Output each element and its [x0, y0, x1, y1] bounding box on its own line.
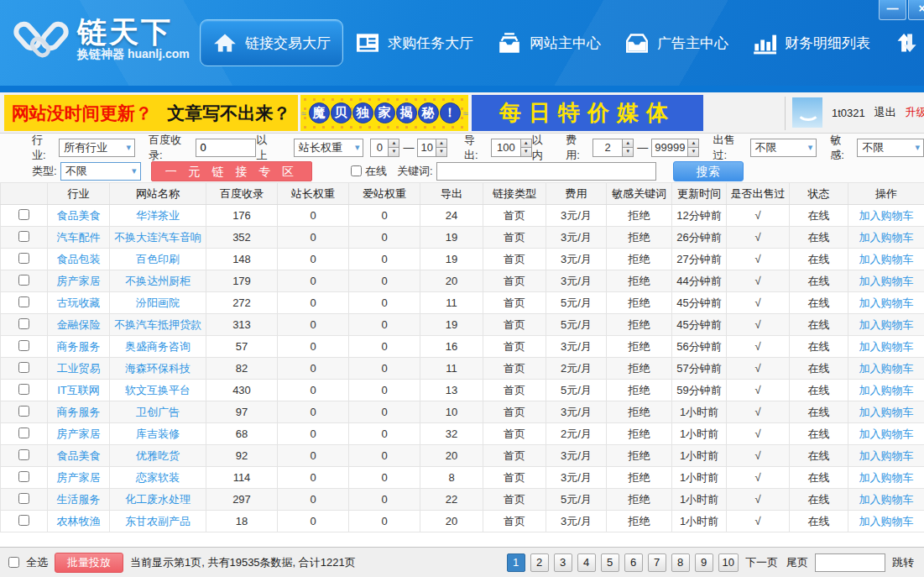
cell-site[interactable]: 不换大连汽车音响 [114, 231, 201, 244]
cell-site[interactable]: 恋家软装 [136, 471, 180, 484]
batch-publish-button[interactable]: 批量投放 [55, 553, 123, 573]
sold-select[interactable]: 不限▾ [750, 139, 817, 157]
page-button-1[interactable]: 1 [507, 553, 525, 572]
cell-site[interactable]: 不换汽车抵押贷款 [114, 318, 201, 331]
cell-action[interactable]: 加入购物车 [859, 296, 914, 309]
one-yuan-zone-button[interactable]: 一 元 链 接 专 区 [151, 161, 312, 181]
cell-site[interactable]: 库吉装修 [136, 428, 180, 440]
row-checkbox[interactable] [18, 209, 29, 220]
cell-site[interactable]: 东甘农副产品 [125, 515, 191, 527]
banner-daily-special-ad[interactable]: 每日特价媒体 [472, 95, 703, 131]
weight-min-stepper[interactable]: 0 ▲▼ [370, 139, 399, 157]
spinner-up[interactable]: ▲ [436, 139, 446, 149]
cell-site[interactable]: 奥盛商务咨询 [125, 340, 191, 353]
cell-action[interactable]: 加入购物车 [859, 318, 914, 331]
last-page-button[interactable]: 尾页 [786, 555, 808, 570]
row-checkbox[interactable] [18, 428, 29, 438]
row-checkbox[interactable] [18, 275, 29, 286]
row-checkbox[interactable] [18, 449, 29, 460]
page-button-3[interactable]: 3 [554, 553, 572, 572]
page-button-5[interactable]: 5 [601, 553, 619, 572]
fee-max-stepper[interactable]: 99999 ▲▼ [651, 139, 699, 157]
online-checkbox[interactable] [351, 165, 362, 176]
cell-action[interactable]: 加入购物车 [859, 275, 914, 287]
page-button-6[interactable]: 6 [624, 553, 643, 572]
spinner-up[interactable]: ▲ [623, 139, 633, 149]
row-checkbox[interactable] [18, 362, 29, 373]
next-page-button[interactable]: 下一页 [745, 555, 778, 570]
jump-page-input[interactable] [815, 553, 885, 572]
close-button[interactable]: × [908, 0, 924, 20]
page-button-2[interactable]: 2 [530, 553, 549, 572]
cell-action[interactable]: 加入购物车 [859, 231, 914, 244]
cell-site[interactable]: 汾阳画院 [136, 296, 180, 309]
spinner-up[interactable]: ▲ [688, 139, 698, 149]
spinner-up[interactable]: ▲ [389, 139, 399, 149]
spinner-down[interactable]: ▼ [436, 148, 446, 156]
row-checkbox[interactable] [18, 406, 29, 417]
minimize-button[interactable]: — [879, 0, 906, 20]
cell-industry[interactable]: 汽车配件 [57, 231, 101, 244]
cell-action[interactable]: 加入购物车 [859, 253, 914, 265]
row-checkbox[interactable] [18, 253, 29, 264]
fee-min-stepper[interactable]: 2 ▲▼ [593, 139, 634, 157]
cell-industry[interactable]: 金融保险 [57, 318, 101, 331]
row-checkbox[interactable] [18, 493, 29, 504]
cell-industry[interactable]: 房产家居 [57, 471, 101, 484]
page-button-7[interactable]: 7 [648, 553, 666, 572]
cell-action[interactable]: 加入购物车 [859, 449, 914, 462]
cell-site[interactable]: 百色印刷 [136, 253, 180, 265]
cell-site[interactable]: 化工废水处理 [125, 493, 191, 506]
cell-industry[interactable]: 商务服务 [57, 406, 101, 418]
select-all-checkbox[interactable] [8, 557, 19, 568]
weight-max-stepper[interactable]: 10 ▲▼ [417, 139, 446, 157]
nav-link-trade-hall[interactable]: 链接交易大厅 [200, 19, 343, 66]
spinner-down[interactable]: ▼ [623, 148, 633, 156]
row-checkbox[interactable] [18, 340, 29, 351]
cell-site[interactable]: 海森环保科技 [125, 362, 191, 375]
keyword-input[interactable] [436, 162, 656, 181]
export-stepper[interactable]: 100 ▲▼ [491, 139, 532, 157]
cell-site[interactable]: 软文互换平台 [125, 384, 191, 396]
upgrade-vip-link[interactable]: 升级VIP [906, 105, 924, 120]
nav-webmaster-center[interactable]: 网站主中心 [485, 21, 613, 65]
cell-site[interactable]: 卫创广告 [136, 406, 180, 418]
nav-finance-list[interactable]: 财务明细列表 [740, 20, 882, 66]
cell-industry[interactable]: 工业贸易 [57, 362, 101, 375]
page-button-8[interactable]: 8 [671, 553, 690, 572]
cell-action[interactable]: 加入购物车 [859, 406, 914, 418]
nav-buy-task-hall[interactable]: 求购任务大厅 [343, 21, 485, 65]
cell-action[interactable]: 加入购物车 [859, 340, 914, 353]
cell-action[interactable]: 加入购物车 [859, 209, 914, 222]
cell-site[interactable]: 不换达州厨柜 [125, 275, 191, 287]
cell-action[interactable]: 加入购物车 [859, 384, 914, 396]
cell-industry[interactable]: 古玩收藏 [57, 296, 101, 309]
cell-action[interactable]: 加入购物车 [859, 515, 914, 527]
cell-industry[interactable]: 生活服务 [57, 493, 101, 506]
nav-return[interactable]: 返回 [882, 20, 924, 66]
sensitive-select[interactable]: 不限▾ [857, 139, 924, 157]
cell-industry[interactable]: 房产家居 [57, 428, 101, 440]
page-button-4[interactable]: 4 [577, 553, 596, 572]
spinner-down[interactable]: ▼ [389, 148, 399, 156]
type-select[interactable]: 不限▾ [60, 162, 141, 181]
row-checkbox[interactable] [18, 231, 29, 242]
spinner-down[interactable]: ▼ [688, 148, 698, 156]
cell-action[interactable]: 加入购物车 [859, 493, 914, 506]
banner-update-ad[interactable]: 网站没时间更新？ 文章写不出来？ [4, 95, 298, 131]
cell-industry[interactable]: 农林牧渔 [57, 515, 101, 527]
cell-industry[interactable]: 食品美食 [57, 449, 101, 462]
cell-site[interactable]: 华洋茶业 [136, 209, 180, 222]
industry-select[interactable]: 所有行业▾ [59, 139, 135, 157]
row-checkbox[interactable] [18, 515, 29, 526]
page-button-10[interactable]: 10 [718, 553, 739, 572]
cell-site[interactable]: 优雅吃货 [136, 449, 180, 462]
cell-action[interactable]: 加入购物车 [859, 362, 914, 375]
cell-industry[interactable]: 房产家居 [57, 275, 101, 287]
page-button-9[interactable]: 9 [695, 553, 713, 572]
spinner-up[interactable]: ▲ [521, 139, 531, 149]
row-checkbox[interactable] [18, 318, 29, 329]
spinner-down[interactable]: ▼ [521, 148, 531, 156]
row-checkbox[interactable] [18, 384, 29, 395]
row-checkbox[interactable] [18, 296, 29, 307]
